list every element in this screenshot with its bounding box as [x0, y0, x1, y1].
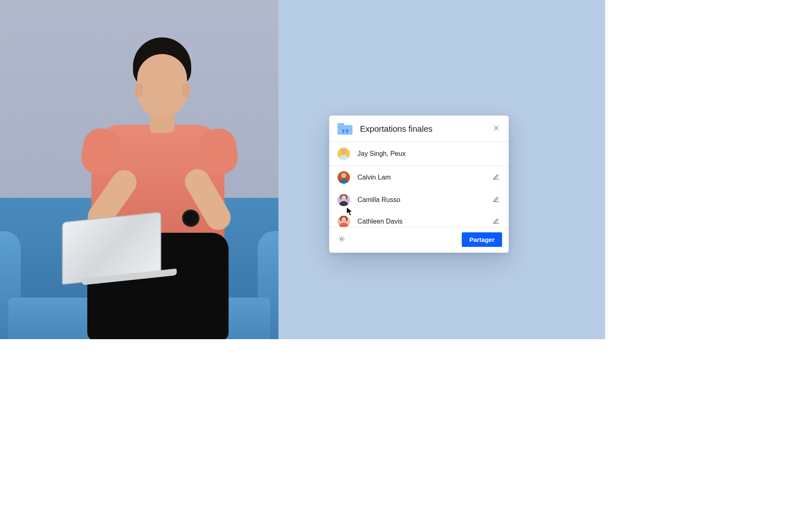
ui-panel: Exportations finales Cal	[278, 0, 605, 339]
svg-point-5	[340, 238, 342, 240]
edit-permission-button[interactable]	[492, 173, 500, 182]
gear-icon	[337, 235, 346, 245]
close-button[interactable]	[492, 125, 500, 133]
close-icon	[493, 125, 500, 133]
people-suggestions: Calvin Lam Camilla Russo	[329, 166, 509, 227]
dialog-title: Exportations finales	[360, 124, 492, 134]
avatar	[337, 215, 350, 227]
avatar	[337, 148, 350, 160]
suggestion-row[interactable]: Cathleen Davis	[329, 211, 509, 227]
shared-folder-icon	[337, 123, 352, 135]
person-name: Camilla Russo	[357, 196, 492, 204]
dialog-footer: Partager	[329, 227, 509, 253]
pencil-icon	[493, 217, 500, 226]
person-name: Calvin Lam	[357, 174, 492, 181]
pencil-icon	[493, 195, 500, 204]
recipient-input-row	[329, 142, 509, 166]
share-dialog: Exportations finales Cal	[329, 116, 509, 253]
pencil-icon	[493, 173, 500, 182]
share-button[interactable]: Partager	[462, 232, 502, 247]
person-name: Cathleen Davis	[357, 218, 492, 225]
suggestion-row[interactable]: Calvin Lam	[329, 166, 509, 189]
person-illustration	[75, 37, 224, 312]
avatar	[337, 194, 350, 206]
photo-panel	[0, 0, 278, 339]
suggestion-row[interactable]: Camilla Russo	[329, 189, 509, 211]
edit-permission-button[interactable]	[492, 196, 500, 204]
recipient-input[interactable]	[357, 150, 500, 158]
dialog-header: Exportations finales	[329, 116, 509, 141]
settings-button[interactable]	[337, 235, 347, 245]
edit-permission-button[interactable]	[492, 217, 500, 226]
avatar	[337, 171, 350, 184]
